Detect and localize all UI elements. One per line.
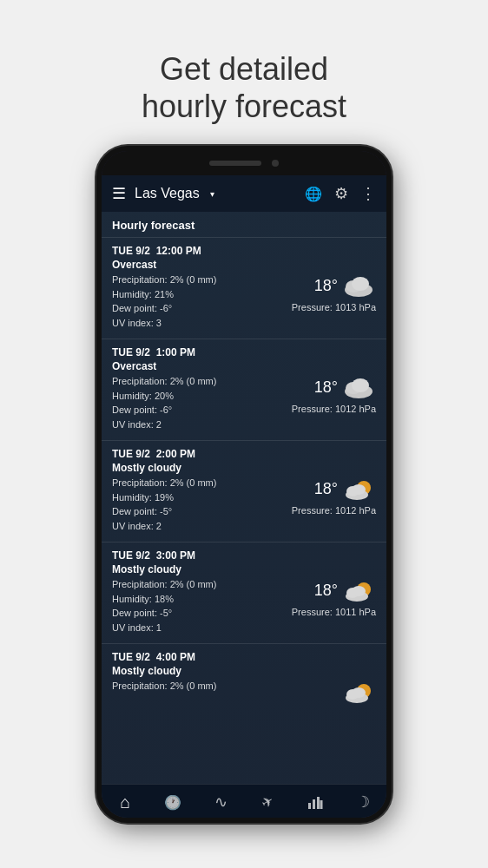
forecast-uv-4: UV index: 1 [112, 621, 292, 635]
settings-icon[interactable]: ⚙ [334, 184, 348, 203]
forecast-dewpoint-4: Dew point: -5° [112, 606, 292, 621]
forecast-uv-2: UV index: 2 [112, 418, 292, 432]
svg-rect-19 [313, 799, 315, 809]
forecast-temp-4: 18° [314, 582, 338, 600]
forecast-time-4: TUE 9/2 3:00 PM [112, 549, 376, 562]
camera [272, 160, 279, 167]
more-options-icon[interactable]: ⋮ [360, 184, 376, 203]
forecast-pressure-4: Pressure: 1011 hPa [292, 607, 376, 617]
nav-trend-icon[interactable]: ∿ [205, 792, 236, 812]
forecast-temp-2: 18° [314, 378, 338, 397]
city-label: Las Vegas [135, 186, 200, 201]
svg-point-13 [352, 586, 366, 596]
forecast-precipitation-1: Precipitation: 2% (0 mm) [112, 273, 292, 287]
app-header: ☰ Las Vegas ▾ 🌐 ⚙ ⋮ [102, 175, 386, 212]
headline-line1: Get detailed [160, 51, 328, 87]
svg-point-17 [352, 687, 366, 698]
nav-barchart-icon[interactable] [300, 792, 331, 812]
forecast-precipitation-4: Precipitation: 2% (0 mm) [112, 577, 292, 592]
phone-top-bar [102, 151, 386, 175]
forecast-precipitation-3: Precipitation: 2% (0 mm) [112, 476, 292, 490]
forecast-pressure-3: Pressure: 1012 hPa [292, 505, 376, 516]
forecast-item-1: TUE 9/2 12:00 PM Overcast Precipitation:… [102, 238, 386, 339]
forecast-time-5: TUE 9/2 4:00 PM [112, 651, 376, 663]
forecast-time-3: TUE 9/2 2:00 PM [112, 448, 376, 460]
overcast-icon-1 [341, 273, 376, 299]
forecast-temp-3: 18° [314, 480, 338, 498]
forecast-list: TUE 9/2 12:00 PM Overcast Precipitation:… [102, 238, 386, 784]
forecast-dewpoint-2: Dew point: -6° [112, 403, 292, 418]
svg-point-2 [352, 277, 369, 291]
headline-line2: hourly forecast [142, 89, 346, 124]
forecast-pressure-1: Pressure: 1013 hPa [292, 302, 376, 312]
forecast-condition-2: Overcast [112, 360, 376, 372]
menu-icon[interactable]: ☰ [112, 184, 126, 203]
bottom-nav: ⌂ 🕐 ∿ ✈ ☽ [102, 784, 386, 818]
forecast-humidity-3: Humidity: 19% [112, 490, 292, 505]
partly-cloudy-icon-5 [341, 679, 376, 705]
speaker-grill [209, 161, 261, 166]
nav-moon-icon[interactable]: ☽ [347, 792, 379, 812]
partly-cloudy-icon-3 [341, 476, 376, 502]
forecast-condition-1: Overcast [112, 259, 376, 271]
forecast-item-4: TUE 9/2 3:00 PM Mostly cloudy Precipitat… [102, 542, 386, 644]
forecast-item-5: TUE 9/2 4:00 PM Mostly cloudy Precipitat… [102, 644, 386, 713]
forecast-uv-1: UV index: 3 [112, 316, 292, 331]
forecast-pressure-2: Pressure: 1012 hPa [292, 404, 376, 414]
page-headline: Get detailed hourly forecast [142, 24, 346, 125]
forecast-precipitation-5: Precipitation: 2% (0 mm) [112, 679, 298, 694]
svg-rect-21 [320, 800, 322, 809]
forecast-humidity-2: Humidity: 20% [112, 389, 292, 404]
forecast-humidity-1: Humidity: 21% [112, 287, 292, 302]
forecast-item-3: TUE 9/2 2:00 PM Mostly cloudy Precipitat… [102, 441, 386, 542]
forecast-uv-3: UV index: 2 [112, 519, 292, 534]
globe-icon[interactable]: 🌐 [305, 186, 322, 202]
partly-cloudy-icon-4 [341, 577, 376, 603]
svg-rect-20 [317, 797, 320, 809]
forecast-condition-3: Mostly cloudy [112, 462, 376, 474]
nav-clock-icon[interactable]: 🕐 [157, 792, 188, 812]
nav-wind-icon[interactable]: ✈ [249, 786, 287, 818]
forecast-temp-1: 18° [314, 277, 338, 295]
forecast-time-1: TUE 9/2 12:00 PM [112, 245, 376, 257]
overcast-icon-2 [341, 374, 376, 400]
forecast-condition-5: Mostly cloudy [112, 665, 376, 677]
forecast-item-2: TUE 9/2 1:00 PM Overcast Precipitation: … [102, 339, 386, 441]
nav-home-icon[interactable]: ⌂ [109, 792, 141, 812]
section-title: Hourly forecast [102, 212, 386, 238]
svg-rect-18 [308, 803, 311, 809]
forecast-humidity-4: Humidity: 18% [112, 592, 292, 607]
forecast-condition-4: Mostly cloudy [112, 563, 376, 575]
forecast-dewpoint-3: Dew point: -5° [112, 504, 292, 519]
forecast-precipitation-2: Precipitation: 2% (0 mm) [112, 374, 292, 389]
svg-point-5 [352, 378, 369, 392]
app-screen: ☰ Las Vegas ▾ 🌐 ⚙ ⋮ Hourly forecast TUE … [102, 175, 386, 818]
phone-frame: ☰ Las Vegas ▾ 🌐 ⚙ ⋮ Hourly forecast TUE … [96, 146, 392, 823]
forecast-dewpoint-1: Dew point: -6° [112, 301, 292, 316]
svg-point-9 [352, 484, 366, 495]
dropdown-arrow-icon[interactable]: ▾ [210, 189, 214, 199]
forecast-time-2: TUE 9/2 1:00 PM [112, 346, 376, 358]
